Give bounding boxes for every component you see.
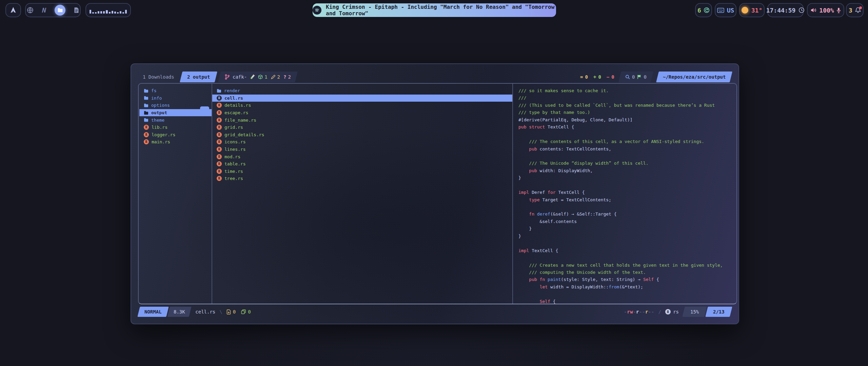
notifications-widget[interactable]: 3 — [846, 3, 864, 17]
keyboard-layout: US — [727, 7, 734, 14]
file-row-table.rs[interactable]: Rtable.rs — [212, 160, 512, 168]
updates-count: 6 — [697, 7, 701, 14]
preview-pane[interactable]: /// so it makes sense to cache it.//////… — [513, 87, 736, 304]
file-row-cell.rs[interactable]: Rcell.rs — [212, 95, 512, 102]
visualizer-bar — [114, 12, 116, 14]
file-name: render — [224, 88, 240, 93]
keyboard-icon — [717, 8, 724, 13]
tab-bar-right: =0+0−0 00 ~/Repos/eza/src/output — [580, 72, 731, 82]
code-line: impl Deref for TextCell { — [518, 189, 736, 196]
current-path: ~/Repos/eza/src/output — [663, 74, 726, 80]
file-name: info — [151, 96, 162, 101]
file-row-theme[interactable]: theme — [139, 116, 212, 124]
media-player-widget[interactable]: King Crimson - Epitaph - Including "Marc… — [313, 3, 556, 17]
workspace-editor[interactable]: N — [42, 6, 46, 14]
bell-icon — [855, 7, 861, 13]
file-row-file_name.rs[interactable]: Rfile_name.rs — [212, 116, 512, 124]
diff-counter: −0 — [607, 74, 614, 80]
code-line: let width = DisplayWidth::from(&*text); — [518, 283, 736, 290]
folder-icon — [144, 103, 149, 107]
yazi-tab-bar: 1 Downloads2 output cafk- 12?2 =0+0−0 00 — [139, 72, 731, 82]
code-line: pub width: DisplayWidth, — [518, 167, 736, 174]
file-row-main.rs[interactable]: Rmain.rs — [139, 138, 212, 146]
rust-icon: R — [217, 176, 222, 181]
clock-time: 17:44:59 — [766, 7, 796, 14]
desktop: N King Crimson - Epitaph - Including "Ma… — [0, 0, 868, 366]
file-row-fs[interactable]: fs — [139, 87, 212, 95]
visualizer-bar — [122, 12, 124, 14]
rust-icon: R — [217, 169, 222, 174]
cursor-position: 2/13 — [706, 307, 732, 317]
rust-icon: R — [144, 139, 149, 144]
file-name: tree.rs — [224, 176, 243, 181]
clock-icon — [798, 7, 805, 13]
neovim-icon: N — [42, 6, 46, 14]
microphone-icon — [836, 7, 841, 13]
code-line: impl TextCell { — [518, 247, 736, 254]
file-name: grid.rs — [224, 125, 243, 130]
code-line: /// The contents of this cell, as a vect… — [518, 138, 736, 145]
folder-icon — [144, 96, 149, 100]
arch-logo-icon — [9, 6, 17, 14]
file-row-details.rs[interactable]: Rdetails.rs — [212, 102, 512, 109]
breadcrumb-path[interactable]: ~/Repos/eza/src/output — [656, 72, 732, 82]
flag-counter: 0 — [637, 74, 646, 80]
search-icon — [625, 75, 630, 79]
code-line — [518, 254, 736, 261]
globe-icon — [27, 7, 34, 14]
file-row-mod.rs[interactable]: Rmod.rs — [212, 153, 512, 160]
copies-counter: 0 — [241, 307, 251, 317]
code-line: } — [518, 232, 736, 240]
workspace-switcher: N — [25, 3, 81, 17]
document-icon — [74, 7, 79, 13]
workspace-files-active[interactable] — [55, 5, 65, 16]
tab-output[interactable]: 2 output — [180, 72, 217, 82]
weather-widget[interactable]: 31° — [739, 3, 765, 17]
visualizer-bar — [90, 10, 91, 14]
file-row-icons.rs[interactable]: Ricons.rs — [212, 138, 512, 146]
file-row-render[interactable]: render — [212, 87, 512, 95]
visualizer-bar — [109, 12, 111, 14]
status-bar-right: -rw-r--r-- / R rs 15% 2/13 — [624, 307, 731, 317]
file-name: theme — [151, 118, 164, 123]
tab-Downloads[interactable]: 1 Downloads — [139, 72, 178, 82]
test-tube-icon — [250, 74, 255, 80]
mode-indicator: NORMAL — [137, 307, 169, 317]
volume-widget[interactable]: 100% — [807, 3, 844, 17]
sun-icon — [742, 7, 748, 14]
file-row-lines.rs[interactable]: Rlines.rs — [212, 146, 512, 153]
file-row-escape.rs[interactable]: Rescape.rs — [212, 109, 512, 117]
keyboard-layout-widget[interactable]: US — [715, 3, 736, 17]
pencil-icon — [271, 75, 276, 79]
rust-icon: R — [217, 103, 222, 108]
code-line: /// The Unicode “display width” of this … — [518, 160, 736, 167]
visualizer-bar — [92, 12, 94, 14]
file-name: main.rs — [152, 139, 170, 144]
code-line: /// so it makes sense to cache it. — [518, 87, 736, 94]
updates-widget[interactable]: 6 — [695, 3, 712, 17]
file-row-logger.rs[interactable]: Rlogger.rs — [139, 131, 212, 139]
git-status-segment: cafk- 12?2 — [218, 72, 298, 82]
visualizer-bar — [103, 11, 105, 14]
git-stat: 2 — [271, 74, 280, 80]
diff-counter: =0 — [580, 74, 588, 80]
git-stats: 12?2 — [258, 74, 291, 80]
file-row-grid.rs[interactable]: Rgrid.rs — [212, 124, 512, 131]
clock-widget[interactable]: 17:44:59 — [767, 3, 804, 17]
file-size: 8.3K — [167, 307, 191, 317]
scrollbar-thumb[interactable] — [200, 106, 209, 115]
file-row-info[interactable]: info — [139, 95, 212, 102]
workspace-browser[interactable] — [27, 7, 34, 14]
code-line: /// computing the Unicode width of the t… — [518, 269, 736, 276]
file-row-time.rs[interactable]: Rtime.rs — [212, 168, 512, 175]
workspace-notes[interactable] — [74, 7, 79, 13]
file-row-tree.rs[interactable]: Rtree.rs — [212, 175, 512, 182]
file-name: icons.rs — [224, 139, 246, 144]
file-row-grid_details.rs[interactable]: Rgrid_details.rs — [212, 131, 512, 139]
launcher-button[interactable] — [5, 3, 21, 17]
terminal-window-yazi: 1 Downloads2 output cafk- 12?2 =0+0−0 00 — [131, 63, 739, 324]
rust-icon: R — [217, 132, 222, 137]
file-row-lib.rs[interactable]: Rlib.rs — [139, 124, 212, 131]
folder-icon — [217, 89, 221, 93]
diff-counter: +0 — [593, 74, 601, 80]
